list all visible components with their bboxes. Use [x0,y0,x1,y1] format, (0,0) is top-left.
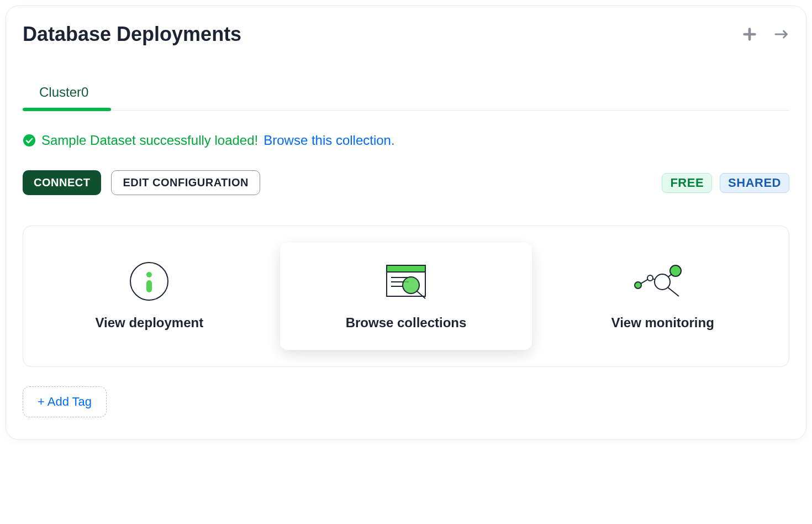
svg-point-9 [403,277,419,294]
plus-icon [742,25,757,44]
view-monitoring-label: View monitoring [611,315,714,331]
svg-point-14 [670,265,681,276]
shared-badge: SHARED [720,173,789,193]
quick-action-cards: View deployment Browse collections [23,226,789,367]
svg-rect-5 [387,265,425,272]
svg-point-2 [146,272,152,277]
navigate-button[interactable] [774,27,789,42]
svg-point-12 [647,275,653,281]
monitoring-icon [632,262,693,301]
svg-line-15 [668,287,679,296]
status-text: Sample Dataset successfully loaded! [41,133,258,148]
action-buttons: CONNECT EDIT CONFIGURATION [23,170,260,195]
browse-collections-label: Browse collections [346,315,467,331]
header: Database Deployments [23,23,789,46]
svg-point-11 [635,282,641,289]
view-deployment-label: View deployment [96,315,204,331]
svg-point-0 [23,134,35,146]
edit-configuration-button[interactable]: EDIT CONFIGURATION [111,170,260,195]
cluster-tabs: Cluster0 [23,85,789,111]
tier-badges: FREE SHARED [662,173,789,193]
view-monitoring-card[interactable]: View monitoring [536,248,789,344]
status-message-row: Sample Dataset successfully loaded! Brow… [23,133,789,148]
deployments-panel: Database Deployments Cluster0 Sample Dat… [6,6,806,440]
connect-button[interactable]: CONNECT [23,170,101,195]
create-button[interactable] [742,27,757,42]
tab-cluster0[interactable]: Cluster0 [23,85,105,110]
page-title: Database Deployments [23,23,241,46]
action-row: CONNECT EDIT CONFIGURATION FREE SHARED [23,170,789,195]
view-deployment-card[interactable]: View deployment [23,248,276,344]
browse-collections-card[interactable]: Browse collections [280,243,532,350]
collections-icon [381,262,431,301]
svg-point-13 [655,274,670,290]
svg-rect-3 [146,280,152,292]
check-circle-icon [23,134,36,147]
add-tag-button[interactable]: + Add Tag [23,386,107,417]
header-actions [742,27,789,42]
info-icon [129,262,169,301]
free-badge: FREE [662,173,712,193]
browse-collection-link[interactable]: Browse this collection. [263,133,394,148]
arrow-right-icon [774,26,789,43]
